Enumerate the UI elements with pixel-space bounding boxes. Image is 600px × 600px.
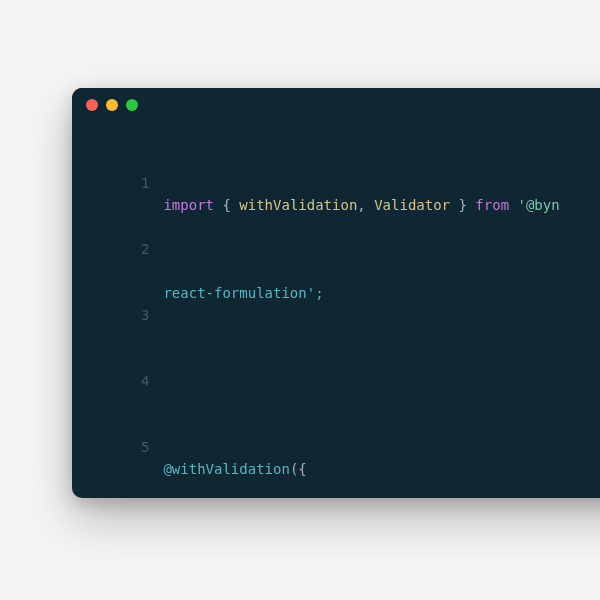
code-line: import { withValidation , Validator } fr…: [163, 194, 559, 216]
string-continuation: react-formulation';: [163, 282, 323, 304]
line-number: 2: [82, 238, 149, 260]
comma: ,: [357, 194, 374, 216]
identifier: withValidation: [239, 194, 357, 216]
decorator: @withValidation: [163, 458, 289, 480]
minimize-icon[interactable]: [106, 99, 118, 111]
paren-brace: ({: [290, 458, 307, 480]
brace: }: [450, 194, 475, 216]
identifier: Validator: [374, 194, 450, 216]
titlebar: [72, 88, 600, 122]
line-number: 5: [82, 436, 149, 458]
code-window: 1 2 3 4 5 6 7 8 9 10 11 12 13 14 15 16 i…: [72, 88, 600, 498]
keyword-import: import: [163, 194, 214, 216]
line-number: 4: [82, 370, 149, 392]
line-number-gutter: 1 2 3 4 5 6 7 8 9 10 11 12 13 14 15 16: [72, 128, 163, 498]
string: '@byn: [518, 194, 560, 216]
code-line: @withValidation ({: [163, 458, 559, 480]
zoom-icon[interactable]: [126, 99, 138, 111]
code-line: react-formulation';: [163, 282, 559, 304]
close-icon[interactable]: [86, 99, 98, 111]
keyword-from: from: [475, 194, 517, 216]
code-editor[interactable]: 1 2 3 4 5 6 7 8 9 10 11 12 13 14 15 16 i…: [72, 122, 600, 498]
code-line: [163, 370, 559, 392]
code-content: import { withValidation , Validator } fr…: [163, 128, 579, 498]
line-number: 1: [82, 172, 149, 194]
line-number: 3: [82, 304, 149, 326]
brace: {: [214, 194, 239, 216]
